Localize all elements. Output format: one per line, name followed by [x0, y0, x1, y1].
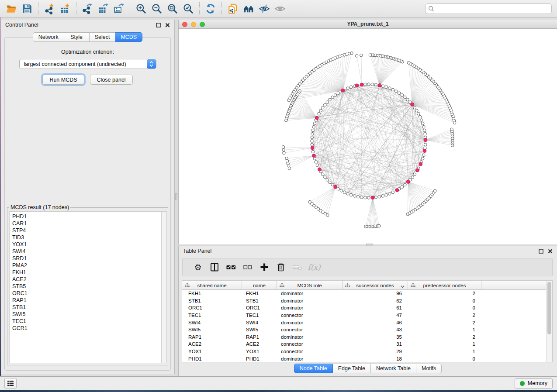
table-row[interactable]: RAP1RAP1dominator352: [182, 334, 546, 341]
zoom-out-button[interactable]: [149, 1, 165, 16]
graph-node[interactable]: [334, 94, 337, 97]
graph-node[interactable]: [381, 85, 384, 88]
graph-node[interactable]: [420, 119, 423, 122]
mcds-result-item[interactable]: PHD1: [12, 213, 161, 220]
graph-node[interactable]: [413, 173, 416, 176]
table-row[interactable]: TEC1TEC1connector472: [182, 312, 546, 319]
cell-shared-name[interactable]: SWI5: [182, 327, 242, 332]
cell-predecessor-nodes[interactable]: 0: [408, 356, 481, 361]
cell-successor-nodes[interactable]: 47: [343, 313, 408, 318]
graph-node[interactable]: [350, 86, 353, 89]
graph-mcds-node[interactable]: [419, 162, 422, 166]
column-layout-button[interactable]: [206, 259, 223, 275]
window-zoom-button[interactable]: [200, 22, 205, 27]
mcds-result-item[interactable]: TID3: [12, 234, 161, 241]
graph-mcds-node[interactable]: [424, 138, 427, 142]
graph-mcds-node[interactable]: [395, 189, 399, 192]
graph-mcds-node[interactable]: [318, 168, 322, 171]
cell-successor-nodes[interactable]: 43: [343, 327, 408, 332]
panel-divider-vertical[interactable]: [175, 17, 178, 376]
table-row[interactable]: FKH1FKH1dominator962: [182, 290, 546, 297]
clone-network-button[interactable]: [225, 1, 241, 16]
table-row[interactable]: ORC1ORC1dominator610: [182, 304, 546, 312]
float-panel-icon[interactable]: [156, 23, 161, 28]
graph-node[interactable]: [398, 92, 401, 95]
graph-node[interactable]: [424, 132, 427, 135]
mcds-result-item[interactable]: GCR1: [12, 325, 161, 332]
mcds-result-item[interactable]: SWI5: [12, 311, 161, 318]
graph-node[interactable]: [315, 161, 318, 164]
cell-shared-name[interactable]: STB1: [182, 298, 242, 303]
cell-successor-nodes[interactable]: 61: [343, 305, 408, 310]
graph-node[interactable]: [419, 115, 422, 118]
cell-name[interactable]: TEC1: [242, 313, 277, 318]
graph-node[interactable]: [404, 183, 407, 186]
cell-predecessor-nodes[interactable]: 0: [408, 298, 481, 303]
table-row[interactable]: YOX1YOX1connector291: [182, 348, 546, 355]
deselect-all-button[interactable]: [239, 259, 256, 275]
graph-node[interactable]: [415, 109, 419, 112]
refresh-view-button[interactable]: [203, 1, 218, 16]
cell-successor-nodes[interactable]: 18: [343, 356, 408, 361]
graph-leaf-node[interactable]: [283, 151, 286, 155]
import-network-button[interactable]: [42, 1, 57, 16]
cell-MCDS-role[interactable]: dominator: [277, 291, 343, 296]
save-session-button[interactable]: [19, 1, 35, 16]
graph-node[interactable]: [385, 193, 388, 196]
open-session-button[interactable]: [3, 1, 19, 16]
graph-node[interactable]: [312, 125, 315, 128]
graph-mcds-node[interactable]: [416, 168, 419, 172]
scrollbar-thumb[interactable]: [547, 282, 551, 334]
cell-MCDS-role[interactable]: connector: [277, 349, 343, 354]
graph-node[interactable]: [417, 112, 420, 115]
criterion-dropdown[interactable]: largest connected component (undirected): [19, 59, 156, 69]
graph-node[interactable]: [311, 136, 314, 139]
cell-predecessor-nodes[interactable]: 1: [408, 341, 481, 347]
search-box[interactable]: [425, 3, 552, 14]
network-window-titlebar[interactable]: YPA_prune.txt_1: [179, 20, 557, 29]
cell-predecessor-nodes[interactable]: 1: [408, 349, 481, 354]
graph-node[interactable]: [353, 195, 356, 198]
mcds-result-item[interactable]: SWI4: [12, 248, 161, 255]
graph-leaf-node[interactable]: [282, 148, 285, 151]
cell-predecessor-nodes[interactable]: 2: [408, 320, 481, 325]
graph-node[interactable]: [367, 83, 370, 86]
graph-mcds-node[interactable]: [315, 116, 318, 120]
graph-mcds-node[interactable]: [423, 149, 426, 153]
float-panel-icon[interactable]: [539, 249, 543, 254]
graph-node[interactable]: [311, 140, 314, 143]
cell-predecessor-nodes[interactable]: 2: [408, 334, 481, 340]
network-graph[interactable]: [179, 29, 557, 244]
graph-node[interactable]: [388, 87, 391, 90]
cell-MCDS-role[interactable]: connector: [277, 313, 343, 318]
cell-name[interactable]: PHD1: [242, 356, 277, 361]
column-header-name[interactable]: name: [242, 281, 277, 290]
graph-node[interactable]: [374, 196, 377, 199]
graph-node[interactable]: [385, 86, 388, 89]
cell-MCDS-role[interactable]: dominator: [277, 356, 343, 361]
column-header-successor-nodes[interactable]: successor nodes: [343, 281, 408, 290]
graph-mcds-node[interactable]: [334, 185, 337, 189]
cell-shared-name[interactable]: PHD1: [182, 356, 242, 361]
cell-MCDS-role[interactable]: connector: [277, 327, 343, 332]
graph-node[interactable]: [337, 188, 340, 191]
graph-node[interactable]: [324, 103, 327, 107]
graph-node[interactable]: [374, 83, 377, 86]
table-settings-button[interactable]: ⚙: [190, 259, 206, 275]
tab-network[interactable]: Network: [33, 32, 64, 42]
mcds-result-item[interactable]: YOX1: [12, 241, 161, 248]
mcds-result-list[interactable]: PHD1CAR1STP4TID3YOX1SWI4SRD1PMA2FKH1ACE2…: [9, 211, 161, 363]
graph-leaf-node[interactable]: [378, 224, 381, 227]
show-all-button[interactable]: [272, 1, 288, 16]
graph-node[interactable]: [422, 154, 426, 157]
graph-node[interactable]: [411, 176, 414, 179]
tab-style[interactable]: Style: [64, 32, 90, 42]
graph-node[interactable]: [337, 92, 340, 95]
cell-MCDS-role[interactable]: dominator: [277, 305, 343, 310]
table-row[interactable]: ACE2ACE2connector311: [182, 340, 546, 348]
graph-node[interactable]: [401, 94, 404, 97]
graph-node[interactable]: [378, 195, 381, 198]
table-row[interactable]: STB1STB1dominator620: [182, 297, 546, 305]
cell-name[interactable]: SWI4: [242, 320, 277, 325]
graph-node[interactable]: [391, 191, 394, 194]
